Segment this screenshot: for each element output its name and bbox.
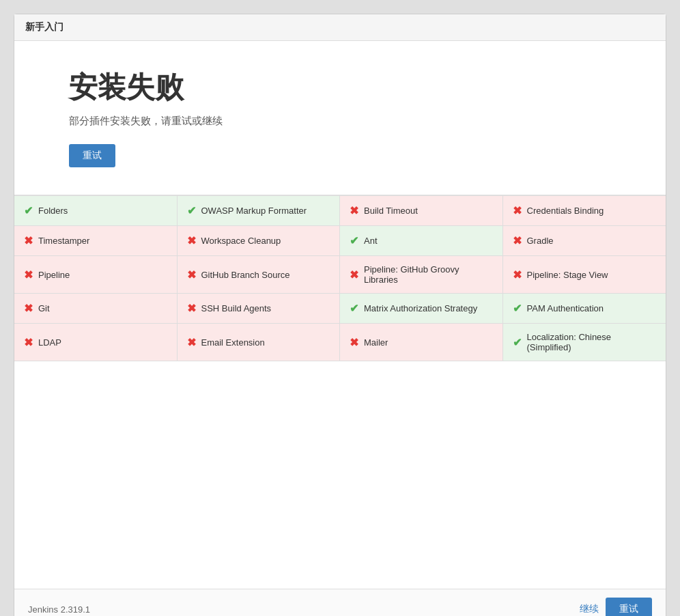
footer-actions: 继续 重试 — [580, 598, 652, 616]
x-icon: ✖ — [350, 268, 358, 281]
plugin-name: Ant — [364, 236, 378, 246]
x-icon: ✖ — [187, 302, 196, 315]
plugin-name: LDAP — [38, 337, 61, 348]
modal-body: 安装失败 部分插件安装失败，请重试或继续 重试 ✔Folders✔OWASP M… — [14, 41, 666, 589]
plugin-grid: ✔Folders✔OWASP Markup Formatter✖Build Ti… — [14, 195, 666, 361]
x-icon: ✖ — [24, 268, 33, 281]
plugin-name: Workspace Cleanup — [201, 236, 281, 246]
plugin-name: Localization: Chinese (Simplified) — [527, 332, 657, 352]
plugin-cell: ✖Git — [14, 294, 178, 324]
x-icon: ✖ — [24, 336, 33, 349]
plugin-name: Git — [38, 303, 50, 313]
plugin-name: Pipeline: Stage View — [527, 270, 608, 280]
plugin-cell: ✔Matrix Authorization Strategy — [340, 294, 503, 324]
plugin-name: Pipeline: GitHub Groovy Libraries — [364, 264, 493, 285]
plugin-name: OWASP Markup Formatter — [201, 206, 307, 216]
plugin-cell: ✔OWASP Markup Formatter — [178, 196, 341, 226]
plugin-name: Credentials Binding — [527, 206, 604, 216]
x-icon: ✖ — [24, 234, 33, 247]
plugin-cell: ✖GitHub Branch Source — [178, 256, 341, 294]
plugin-name: Pipeline — [38, 270, 70, 280]
plugin-cell: ✖Pipeline: Stage View — [503, 256, 666, 294]
check-icon: ✔ — [513, 336, 522, 349]
check-icon: ✔ — [187, 204, 196, 217]
plugin-name: Email Extension — [201, 337, 265, 348]
retry-button[interactable]: 重试 — [69, 144, 115, 167]
check-icon: ✔ — [513, 302, 522, 315]
plugin-name: Timestamper — [38, 236, 89, 246]
plugin-cell: ✖Mailer — [340, 324, 503, 361]
plugin-cell: ✖Workspace Cleanup — [178, 226, 341, 256]
plugin-name: Build Timeout — [364, 206, 418, 216]
footer-version: Jenkins 2.319.1 — [28, 604, 90, 615]
modal-footer: Jenkins 2.319.1 继续 重试 — [14, 589, 666, 616]
x-icon: ✖ — [187, 336, 196, 349]
plugin-name: Folders — [38, 206, 68, 216]
x-icon: ✖ — [350, 204, 358, 217]
plugin-name: SSH Build Agents — [201, 303, 272, 313]
plugin-cell: ✔PAM Authentication — [503, 294, 666, 324]
plugin-cell: ✖Credentials Binding — [503, 196, 666, 226]
footer-retry-button[interactable]: 重试 — [606, 598, 652, 616]
plugin-cell: ✔Ant — [340, 226, 503, 256]
plugin-cell: ✖Email Extension — [178, 324, 341, 361]
plugin-cell: ✖Pipeline: GitHub Groovy Libraries — [340, 256, 503, 294]
modal-title: 新手入门 — [25, 21, 63, 32]
plugin-cell: ✖Pipeline — [14, 256, 178, 294]
plugin-name: GitHub Branch Source — [201, 270, 290, 280]
check-icon: ✔ — [350, 302, 358, 315]
plugin-cell: ✖LDAP — [14, 324, 178, 361]
modal-header: 新手入门 — [14, 14, 666, 41]
plugin-name: Matrix Authorization Strategy — [364, 303, 477, 313]
check-icon: ✔ — [24, 204, 33, 217]
x-icon: ✖ — [513, 234, 522, 247]
x-icon: ✖ — [187, 268, 196, 281]
x-icon: ✖ — [513, 204, 522, 217]
x-icon: ✖ — [350, 336, 358, 349]
plugin-cell: ✖SSH Build Agents — [178, 294, 341, 324]
continue-button[interactable]: 继续 — [580, 603, 599, 615]
hero-title: 安装失败 — [69, 68, 632, 107]
plugin-cell: ✖Timestamper — [14, 226, 178, 256]
check-icon: ✔ — [350, 234, 358, 247]
plugin-cell: ✔Folders — [14, 196, 178, 226]
plugin-cell: ✖Build Timeout — [340, 196, 503, 226]
plugin-name: Mailer — [364, 337, 388, 348]
hero-subtitle: 部分插件安装失败，请重试或继续 — [69, 115, 632, 128]
plugin-name: Gradle — [527, 236, 554, 246]
plugin-cell: ✖Gradle — [503, 226, 666, 256]
hero-section: 安装失败 部分插件安装失败，请重试或继续 重试 — [14, 41, 666, 195]
plugin-cell: ✔Localization: Chinese (Simplified) — [503, 324, 666, 361]
modal-window: 新手入门 安装失败 部分插件安装失败，请重试或继续 重试 ✔Folders✔OW… — [14, 14, 666, 616]
x-icon: ✖ — [187, 234, 196, 247]
plugin-name: PAM Authentication — [527, 303, 604, 313]
x-icon: ✖ — [513, 268, 522, 281]
x-icon: ✖ — [24, 302, 33, 315]
